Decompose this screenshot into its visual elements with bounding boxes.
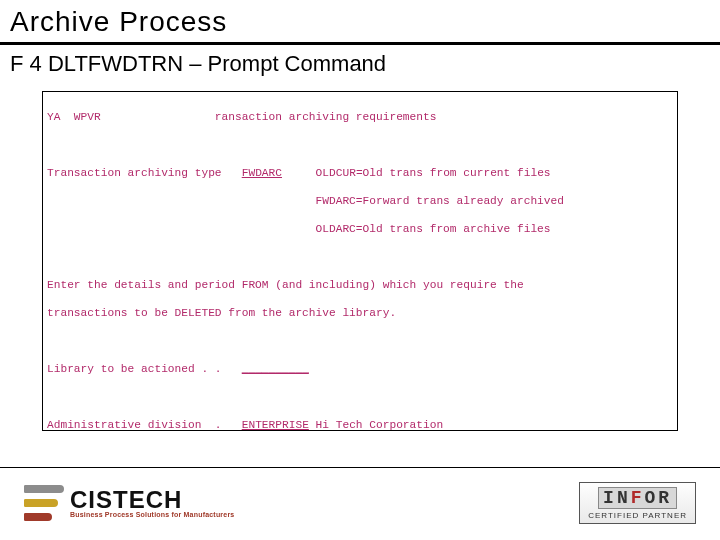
slide-subtitle: F 4 DLTFWDTRN – Prompt Command [0, 45, 720, 79]
cistech-tagline: Business Process Solutions for Manufactu… [70, 511, 234, 518]
cistech-logo-text: CISTECH [70, 489, 182, 511]
field-archiving-type[interactable]: FWDARC [242, 167, 282, 179]
term-instr1: Enter the details and period FROM (and i… [47, 278, 671, 292]
infor-logo: INFOR CERTIFIED PARTNER [579, 482, 696, 524]
terminal-screen: YA WPVR ransaction archiving requirement… [42, 91, 678, 431]
term-type-row: Transaction archiving type FWDARC OLDCUR… [47, 166, 671, 180]
infor-logo-text: INFOR [598, 487, 677, 509]
infor-tagline: CERTIFIED PARTNER [588, 512, 687, 520]
footer-divider [0, 467, 720, 468]
cistech-logo-icon [24, 485, 64, 521]
slide-title: Archive Process [0, 0, 720, 45]
term-instr2: transactions to be DELETED from the arch… [47, 306, 671, 320]
field-admin-division[interactable]: ENTERPRISE [242, 419, 309, 431]
field-library[interactable]: __________ [242, 363, 309, 375]
cistech-logo: CISTECH Business Process Solutions for M… [24, 485, 234, 521]
term-header: YA WPVR ransaction archiving requirement… [47, 110, 671, 124]
